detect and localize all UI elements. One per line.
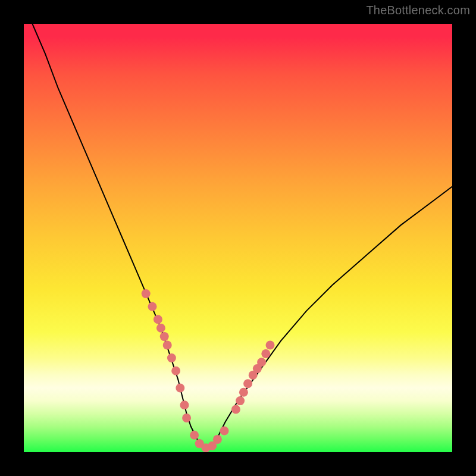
bottleneck-curve [32, 24, 452, 450]
highlight-dot [236, 396, 245, 405]
chart-frame: TheBottleneck.com [0, 0, 476, 476]
highlight-dot [213, 435, 222, 444]
highlight-dot [167, 353, 176, 362]
plot-area [24, 24, 452, 452]
highlight-dots-group [142, 289, 275, 452]
watermark-text: TheBottleneck.com [366, 4, 470, 17]
highlight-dot [154, 315, 162, 324]
highlight-dot [142, 289, 151, 298]
highlight-dot [220, 427, 229, 436]
chart-svg [24, 24, 452, 452]
highlight-dot [266, 341, 275, 350]
highlight-dot [190, 431, 199, 440]
highlight-dot [156, 324, 165, 333]
highlight-dot [231, 405, 240, 414]
highlight-dot [163, 341, 172, 350]
highlight-dot [257, 358, 266, 367]
highlight-dot [182, 414, 191, 422]
highlight-dot [180, 400, 189, 409]
highlight-dot [160, 332, 169, 341]
highlight-dot [239, 388, 248, 397]
highlight-dot [243, 379, 252, 388]
highlight-dot [171, 367, 180, 375]
highlight-dot [148, 302, 157, 311]
highlight-dot [261, 349, 270, 358]
highlight-dot [176, 384, 184, 393]
